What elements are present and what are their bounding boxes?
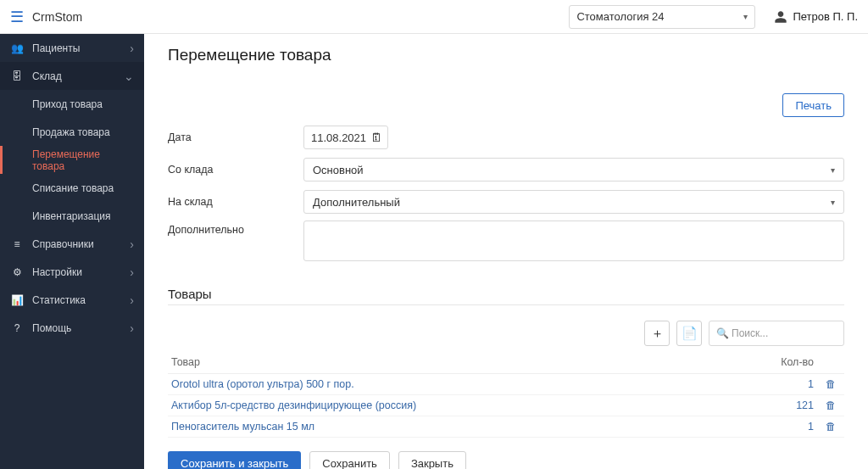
goods-table: Товар Кол-во Orotol ultra (оротол ультра… (168, 351, 844, 438)
chevron-down-icon: ▾ (743, 12, 748, 21)
chevron-right-icon: › (130, 321, 134, 335)
goods-search-input[interactable]: 🔍 Поиск... (709, 321, 844, 346)
sidebar-warehouse-submenu: Приход товара Продажа товара Перемещение… (0, 90, 144, 230)
clinic-select[interactable]: Стоматология 24 ▾ (569, 5, 755, 29)
chevron-down-icon: ▾ (831, 165, 835, 175)
table-row: Пеногаситель мульсан 15 мл 1 🗑 (168, 416, 844, 438)
plus-icon: ＋ (651, 326, 664, 342)
sidebar-item-directories[interactable]: ≡ Справочники › (0, 230, 144, 258)
sidebar-item-statistics[interactable]: 📊 Статистика › (0, 286, 144, 314)
sidebar-item-help[interactable]: ? Помощь › (0, 314, 144, 342)
menu-toggle-icon[interactable]: ☰ (10, 8, 24, 26)
chevron-down-icon: ▾ (831, 198, 835, 207)
goods-name-link[interactable]: Orotol ultra (оротол ультра) 500 г пор. (168, 374, 758, 395)
sidebar-item-settings[interactable]: ⚙ Настройки › (0, 258, 144, 286)
gear-icon: ⚙ (10, 266, 24, 278)
chevron-right-icon: › (130, 42, 134, 55)
table-row: Orotol ultra (оротол ультра) 500 г пор. … (168, 374, 844, 395)
chevron-down-icon: ⌄ (124, 70, 134, 83)
chevron-right-icon: › (130, 265, 134, 279)
sidebar-item-writeoff[interactable]: Списание товара (32, 174, 144, 202)
user-icon (774, 10, 787, 24)
date-label: Дата (168, 131, 303, 143)
save-button[interactable]: Сохранить (309, 451, 390, 469)
table-row: Актибор 5л-средство дезинфицирующее (рос… (168, 395, 844, 416)
brand: CrmStom (32, 10, 82, 24)
date-input[interactable]: 11.08.2021 🗓 (303, 126, 388, 149)
chart-icon: 📊 (10, 294, 24, 306)
add-item-button[interactable]: ＋ (644, 321, 670, 346)
from-warehouse-select[interactable]: Основной ▾ (303, 158, 844, 181)
sidebar-item-warehouse[interactable]: 🗄 Склад ⌄ (0, 62, 144, 90)
print-button[interactable]: Печать (782, 93, 844, 117)
col-name: Товар (168, 351, 758, 374)
delete-row-button[interactable]: 🗑 (817, 416, 844, 438)
sidebar-item-incoming[interactable]: Приход товара (32, 90, 144, 118)
goods-qty[interactable]: 1 (758, 416, 817, 438)
topbar: ☰ CrmStom Стоматология 24 ▾ Петров П. П. (0, 0, 868, 34)
goods-name-link[interactable]: Пеногаситель мульсан 15 мл (168, 416, 758, 438)
extra-textarea[interactable] (303, 221, 844, 261)
trash-icon: 🗑 (826, 378, 837, 390)
from-warehouse-label: Со клада (168, 164, 303, 176)
main-content: Перемещение товара Печать Дата 11.08.202… (144, 34, 868, 469)
user-name: Петров П. П. (793, 10, 858, 23)
goods-qty[interactable]: 121 (758, 395, 817, 416)
clinic-select-value: Стоматология 24 (576, 10, 664, 23)
help-icon: ? (10, 322, 24, 334)
sidebar-item-inventory[interactable]: Инвентаризация (32, 202, 144, 230)
search-icon: 🔍 (716, 327, 729, 339)
trash-icon: 🗑 (826, 421, 837, 433)
sidebar-item-patients[interactable]: 👥 Пациенты › (0, 34, 144, 62)
sidebar: 👥 Пациенты › 🗄 Склад ⌄ Приход товара Про… (0, 34, 144, 469)
page-title: Перемещение товара (168, 46, 844, 64)
delete-row-button[interactable]: 🗑 (817, 374, 844, 395)
close-button[interactable]: Закрыть (398, 451, 466, 469)
col-qty: Кол-во (758, 351, 817, 374)
extra-label: Дополнительно (168, 221, 303, 236)
chevron-right-icon: › (130, 293, 134, 307)
goods-name-link[interactable]: Актибор 5л-средство дезинфицирующее (рос… (168, 395, 758, 416)
calendar-icon: 🗓 (370, 131, 382, 144)
goods-section-title: Товары (168, 287, 844, 301)
delete-row-button[interactable]: 🗑 (817, 395, 844, 416)
goods-qty[interactable]: 1 (758, 374, 817, 395)
list-icon: ≡ (10, 238, 24, 250)
sidebar-item-transfer[interactable]: Перемещение товара (32, 146, 144, 174)
chevron-right-icon: › (130, 237, 134, 251)
to-warehouse-label: На склад (168, 196, 303, 208)
to-warehouse-select[interactable]: Дополнительный ▾ (303, 190, 844, 214)
save-close-button[interactable]: Сохранить и закрыть (168, 451, 301, 469)
import-file-button[interactable]: 📄 (676, 321, 702, 346)
patients-icon: 👥 (10, 42, 24, 54)
trash-icon: 🗑 (826, 399, 837, 411)
sidebar-item-sale[interactable]: Продажа товара (32, 118, 144, 146)
user-menu[interactable]: Петров П. П. (774, 10, 858, 24)
warehouse-icon: 🗄 (10, 70, 24, 82)
file-plus-icon: 📄 (682, 326, 698, 341)
